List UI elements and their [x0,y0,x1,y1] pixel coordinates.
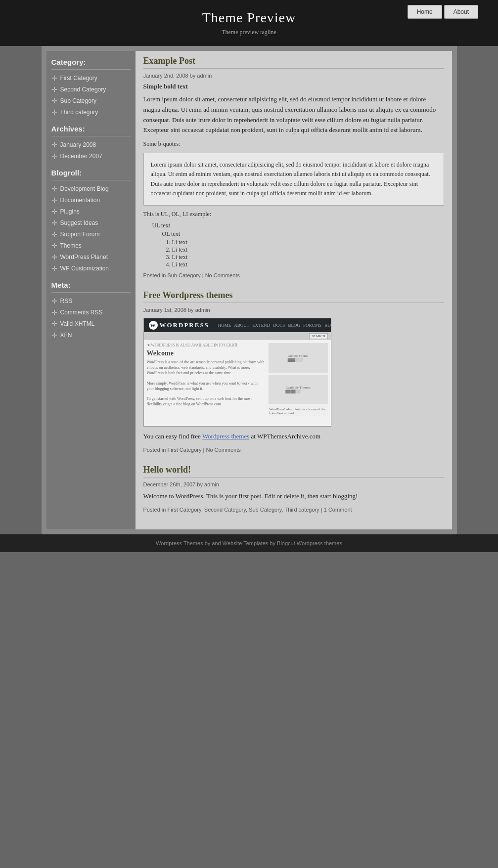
sidebar-item-label: Comments RSS [60,309,103,316]
post-title-hello-world[interactable]: Hello world! [143,465,444,475]
sidebar-item-label: WordPress Planet [60,254,108,260]
sidebar-item-label: RSS [60,298,73,304]
sidebar-item-rss[interactable]: ✛ RSS [51,297,131,305]
wp-available-themes: Available Themes▓▓▓▓░░ [269,375,328,404]
post-footer-example: Posted in Sub Category | No Comments [143,272,444,278]
sidebar-item-label: First Category [60,75,97,82]
blockquote-text: Lorem ipsum dolor sit amet, consectetur … [151,161,430,197]
post-body-wp-themes: You can easy find free Wordpress themes … [143,432,444,442]
inner-layout: Category: ✛ First Category ✛ Second Cate… [46,51,452,529]
wp-text-block1: WordPress is a state-of-the-art semantic… [147,359,266,376]
sidebar-item-second-category[interactable]: ✛ Second Category [51,85,131,94]
wp-admin-note: WordPress' admin interface is one of the… [269,406,328,416]
post-bold-text: Simple bold text [143,83,444,90]
plus-icon: ✛ [51,320,57,327]
sidebar-item-label: Documentation [60,197,100,204]
sidebar-item-themes[interactable]: ✛ Themes [51,241,131,250]
site-footer: Wordpress Themes by and Website Template… [0,534,498,552]
post-footer-hello-world: Posted in First Category, Second Categor… [143,507,444,513]
sidebar-item-label: Support Forum [60,231,100,238]
sidebar-item-label: Second Category [60,86,106,93]
wp-nav-mini: HOME ABOUT EXTEND DOCS BLOG FORUMS HOSTI… [218,323,331,328]
sidebar-item-label: Suggest Ideas [60,219,98,226]
plus-icon: ✛ [51,309,57,316]
sidebar-item-documentation[interactable]: ✛ Documentation [51,196,131,205]
plus-icon: ✛ [51,75,57,82]
nav-bar: Home About [407,5,478,19]
sidebar-item-xfn[interactable]: ✛ XFN [51,331,131,340]
plus-icon: ✛ [51,141,57,148]
site-header: Home About Theme Preview Theme preview t… [0,0,498,46]
wp-welcome-heading: Welcome [147,349,266,357]
sidebar-item-dec-2007[interactable]: ✛ December 2007 [51,152,131,161]
meta-section: Meta: ✛ RSS ✛ Comments RSS ✛ Valid XHTML… [51,281,131,340]
bquote-label: Some b-quotes: [143,140,444,148]
sidebar-item-sub-category[interactable]: ✛ Sub Category [51,96,131,105]
post-hello-world: Hello world! December 26th, 2007 by admi… [143,465,444,513]
wp-body: ★ WORDPRESS IS ALSO AVAILABLE IN РУССКИЙ… [144,340,331,426]
sidebar-item-suggest-ideas[interactable]: ✛ Suggest Ideas [51,218,131,227]
sidebar-item-jan-2008[interactable]: ✛ January 2008 [51,140,131,149]
li-item-4: Li text [172,261,444,268]
wp-also-available: ★ WORDPRESS IS ALSO AVAILABLE IN РУССКИЙ [147,343,266,347]
archives-title: Archives: [51,125,131,133]
wp-logo: W WORDPRESS [149,321,209,330]
home-button[interactable]: Home [407,5,442,19]
wp-search-bar: SEARCH [144,332,331,340]
post-meta-hello-world: December 26th, 2007 by admin [143,481,444,487]
post-title-example[interactable]: Example Post [143,56,444,66]
post-footer-wp-themes: Posted in First Category | No Comments [143,447,444,453]
sidebar-item-label: XFN [60,332,72,339]
category-section: Category: ✛ First Category ✛ Second Cate… [51,58,131,117]
sidebar-item-first-category[interactable]: ✛ First Category [51,74,131,83]
wordpress-themes-link[interactable]: Wordpress themes [202,433,249,440]
about-button[interactable]: About [444,5,478,19]
plus-icon: ✛ [51,208,57,215]
wp-screenshot: W WORDPRESS HOME ABOUT EXTEND DOCS BLOG … [143,318,331,427]
plus-icon: ✛ [51,298,57,304]
sidebar-item-plugins[interactable]: ✛ Plugins [51,207,131,216]
sidebar-item-third-category[interactable]: ✛ Third category [51,108,131,117]
wp-logo-text: WORDPRESS [160,321,209,329]
wp-text-block3: To get started with WordPress, set it up… [147,396,266,407]
plus-icon: ✛ [51,265,57,272]
wp-text-block2: More simply, WordPress is what you use w… [147,381,266,391]
body-text2: at WPThemesArchive.com [249,433,320,440]
sidebar-item-support-forum[interactable]: ✛ Support Forum [51,230,131,239]
sidebar-item-dev-blog[interactable]: ✛ Development Blog [51,184,131,193]
wp-side-col: Cubbie Theme▓▓▓░░░ Available Themes▓▓▓▓░… [269,343,328,423]
meta-title: Meta: [51,281,131,289]
sidebar-item-wp-planet[interactable]: ✛ WordPress Planet [51,253,131,261]
blogroll-title: Blogroll: [51,169,131,177]
footer-text: Wordpress Themes by and Website Template… [156,540,342,546]
blockquote-box: Lorem ipsum dolor sit amet, consectetur … [143,153,444,206]
main-content: Example Post January 2nd, 2008 by admin … [136,51,452,529]
plus-icon: ✛ [51,197,57,204]
wp-header-bar: W WORDPRESS HOME ABOUT EXTEND DOCS BLOG … [144,318,331,332]
sidebar-item-label: Sub Category [60,97,96,104]
post-meta-example: January 2nd, 2008 by admin [143,73,444,79]
plus-icon: ✛ [51,185,57,192]
plus-icon: ✛ [51,86,57,93]
wp-search-box[interactable]: SEARCH [309,333,328,339]
sidebar-item-valid-xhtml[interactable]: ✛ Valid XHTML [51,319,131,328]
wrapper: Category: ✛ First Category ✛ Second Cate… [42,46,457,534]
blogroll-section: Blogroll: ✛ Development Blog ✛ Documenta… [51,169,131,273]
sidebar-item-label: Development Blog [60,185,109,192]
site-tagline: Theme preview tagline [0,29,498,46]
li-item-3: Li text [172,254,444,261]
post-title-wp-themes[interactable]: Free Wordpress themes [143,290,444,301]
sidebar-item-comments-rss[interactable]: ✛ Comments RSS [51,308,131,317]
post-wp-themes: Free Wordpress themes January 1st, 2008 … [143,290,444,453]
sidebar-item-label: Third category [60,109,98,116]
archives-section: Archives: ✛ January 2008 ✛ December 2007 [51,125,131,161]
post-meta-wp-themes: January 1st, 2008 by admin [143,307,444,313]
post-body-example: Lorem ipsum dolor sit amet, consectetur … [143,94,444,135]
sidebar-item-label: Themes [60,242,82,249]
plus-icon: ✛ [51,242,57,249]
sidebar-item-label: December 2007 [60,153,102,160]
plus-icon: ✛ [51,332,57,339]
sidebar-item-label: WP Customization [60,265,109,272]
plus-icon: ✛ [51,97,57,104]
sidebar-item-wp-customization[interactable]: ✛ WP Customization [51,264,131,273]
